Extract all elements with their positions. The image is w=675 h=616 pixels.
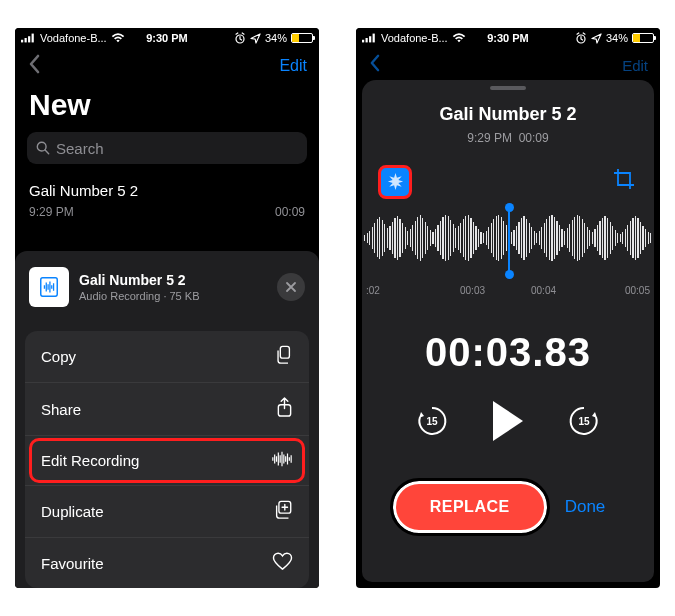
wifi-icon bbox=[452, 33, 466, 43]
waveform-icon bbox=[271, 450, 293, 471]
search-icon bbox=[36, 141, 50, 155]
svg-rect-11 bbox=[362, 40, 364, 43]
waveform[interactable] bbox=[362, 213, 654, 283]
share-icon bbox=[276, 397, 293, 421]
recording-duration: 00:09 bbox=[275, 205, 305, 219]
svg-line-6 bbox=[45, 150, 49, 154]
file-thumbnail bbox=[29, 267, 69, 307]
recording-title: Gali Number 5 2 bbox=[29, 182, 305, 199]
playhead[interactable] bbox=[508, 207, 510, 275]
duplicate-icon bbox=[273, 500, 293, 523]
sheet-subtitle: Audio Recording · 75 KB bbox=[79, 290, 199, 302]
skip-back-button[interactable]: 15 bbox=[415, 404, 449, 438]
svg-rect-2 bbox=[28, 36, 30, 42]
svg-rect-13 bbox=[369, 36, 371, 42]
skip-forward-button[interactable]: 15 bbox=[567, 404, 601, 438]
current-time: 00:03.83 bbox=[362, 330, 654, 375]
enhance-button[interactable] bbox=[386, 171, 405, 194]
recording-subtitle: 9:29 PM 00:09 bbox=[362, 131, 654, 145]
editor-panel: Gali Number 5 2 9:29 PM 00:09 :02 00:03 … bbox=[362, 80, 654, 582]
close-button[interactable] bbox=[277, 273, 305, 301]
recording-time: 9:29 PM bbox=[29, 205, 74, 219]
copy-icon bbox=[274, 345, 293, 368]
timeline-ticks: :02 00:03 00:04 00:05 bbox=[362, 285, 654, 296]
svg-rect-14 bbox=[373, 34, 375, 43]
action-copy[interactable]: Copy bbox=[25, 331, 309, 383]
battery-icon bbox=[632, 33, 654, 43]
recording-time: 9:29 PM bbox=[467, 131, 512, 145]
carrier-label: Vodafone-B... bbox=[40, 32, 107, 44]
crop-icon bbox=[613, 168, 635, 190]
location-icon bbox=[591, 33, 602, 44]
share-sheet: Gali Number 5 2 Audio Recording · 75 KB … bbox=[15, 251, 319, 588]
svg-rect-3 bbox=[32, 34, 34, 43]
play-button[interactable] bbox=[493, 401, 523, 441]
skip-back-seconds: 15 bbox=[415, 405, 449, 438]
sheet-grabber[interactable] bbox=[490, 86, 526, 90]
recording-duration: 00:09 bbox=[519, 131, 549, 145]
location-icon bbox=[250, 33, 261, 44]
action-share[interactable]: Share bbox=[25, 383, 309, 436]
search-input[interactable]: Search bbox=[27, 132, 307, 164]
sheet-title: Gali Number 5 2 bbox=[79, 272, 199, 288]
action-duplicate-label: Duplicate bbox=[41, 503, 104, 520]
svg-rect-12 bbox=[366, 38, 368, 42]
phone-right: Vodafone-B... 9:30 PM 34% Edit Gali Numb… bbox=[356, 28, 660, 588]
wifi-icon bbox=[111, 33, 125, 43]
close-icon bbox=[285, 281, 297, 293]
replace-button[interactable]: REPLACE bbox=[393, 481, 547, 533]
alarm-icon bbox=[575, 32, 587, 44]
signal-icon bbox=[21, 33, 36, 43]
action-list: Copy Share Edit Recording Duplicate bbox=[25, 331, 309, 588]
alarm-icon bbox=[234, 32, 246, 44]
battery-pct-label: 34% bbox=[606, 32, 628, 44]
clock-label: 9:30 PM bbox=[487, 32, 529, 44]
battery-pct-label: 34% bbox=[265, 32, 287, 44]
tick-label: 00:04 bbox=[508, 285, 579, 296]
trim-button[interactable] bbox=[610, 165, 638, 193]
signal-icon bbox=[362, 33, 377, 43]
edit-button[interactable]: Edit bbox=[622, 57, 648, 74]
page-title: New bbox=[15, 82, 319, 132]
svg-rect-8 bbox=[280, 346, 289, 358]
tick-label: 00:03 bbox=[437, 285, 508, 296]
enhance-button-highlight bbox=[378, 165, 412, 199]
action-share-label: Share bbox=[41, 401, 81, 418]
done-button[interactable]: Done bbox=[565, 497, 606, 517]
phone-left: Vodafone-B... 9:30 PM 34% Edit New Searc… bbox=[15, 28, 319, 588]
action-favourite[interactable]: Favourite bbox=[25, 538, 309, 588]
transport-controls: 15 15 bbox=[362, 401, 654, 441]
back-button[interactable] bbox=[27, 54, 41, 78]
edit-button[interactable]: Edit bbox=[279, 57, 307, 75]
heart-icon bbox=[272, 552, 293, 574]
action-copy-label: Copy bbox=[41, 348, 76, 365]
action-edit-recording-label: Edit Recording bbox=[41, 452, 139, 469]
sheet-header: Gali Number 5 2 Audio Recording · 75 KB bbox=[15, 257, 319, 321]
action-favourite-label: Favourite bbox=[41, 555, 104, 572]
carrier-label: Vodafone-B... bbox=[381, 32, 448, 44]
nav-row: Edit bbox=[15, 48, 319, 82]
status-bar: Vodafone-B... 9:30 PM 34% bbox=[15, 28, 319, 48]
tick-label: :02 bbox=[366, 285, 437, 296]
clock-label: 9:30 PM bbox=[146, 32, 188, 44]
recording-title: Gali Number 5 2 bbox=[362, 104, 654, 125]
status-bar: Vodafone-B... 9:30 PM 34% bbox=[356, 28, 660, 48]
svg-rect-0 bbox=[21, 40, 23, 43]
action-duplicate[interactable]: Duplicate bbox=[25, 486, 309, 538]
svg-rect-1 bbox=[25, 38, 27, 42]
nav-row: Edit bbox=[356, 48, 660, 76]
battery-icon bbox=[291, 33, 313, 43]
svg-rect-7 bbox=[41, 278, 58, 296]
action-edit-recording[interactable]: Edit Recording bbox=[25, 436, 309, 486]
search-placeholder: Search bbox=[56, 140, 104, 157]
tick-label: 00:05 bbox=[579, 285, 650, 296]
enhance-icon bbox=[386, 171, 405, 190]
waveform-file-icon bbox=[38, 276, 60, 298]
back-button[interactable] bbox=[368, 54, 381, 76]
recording-row[interactable]: Gali Number 5 2 9:29 PM 00:09 bbox=[15, 174, 319, 240]
skip-forward-seconds: 15 bbox=[567, 405, 601, 438]
